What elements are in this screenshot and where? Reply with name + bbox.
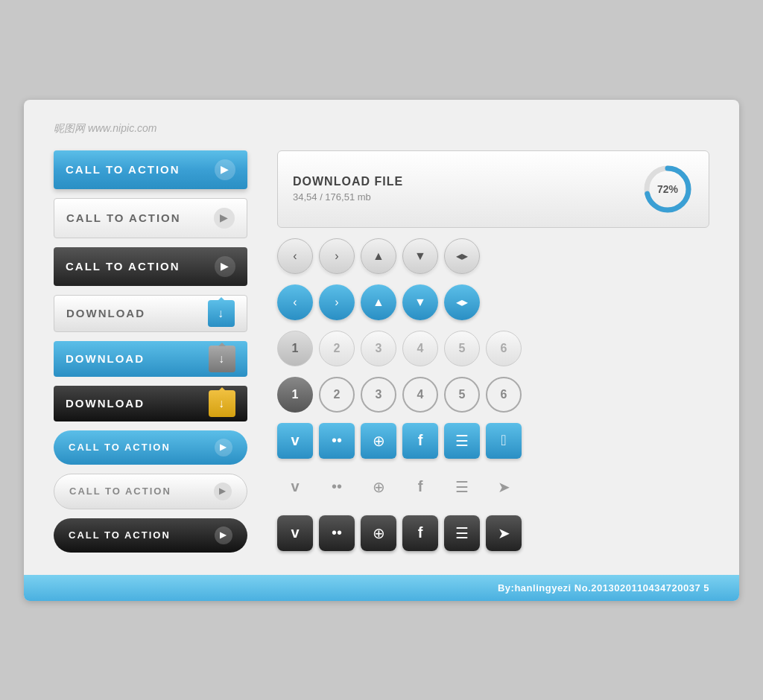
nav-row-blue: ‹ › ▲ ▼ ◂▸ xyxy=(277,284,709,320)
page-btn-6[interactable]: 6 xyxy=(486,331,522,366)
flickr-blue-btn[interactable]: •• xyxy=(319,423,355,459)
page-btn-3[interactable]: 3 xyxy=(361,331,396,366)
rss-black-btn[interactable]: ☰ xyxy=(444,515,480,551)
pagination-light: 1 2 3 4 5 6 xyxy=(277,331,709,366)
facebook-gray-btn[interactable]: f xyxy=(402,469,438,505)
play-icon: ▶ xyxy=(215,159,235,180)
nav-right-gray[interactable]: › xyxy=(319,238,355,274)
play-icon: ▶ xyxy=(214,483,232,500)
twitter-blue-btn[interactable]:  xyxy=(486,423,522,459)
social-row-black: v •• ⊕ f ☰ ➤ xyxy=(277,515,709,551)
page-btn-5[interactable]: 5 xyxy=(444,331,480,366)
facebook-blue-btn[interactable]: f xyxy=(402,423,438,459)
download-icon: ↓ xyxy=(209,346,235,372)
twitter-gray-btn[interactable]: ➤ xyxy=(486,469,522,505)
download-widget: DOWNLOAD FILE 34,54 / 176,51 mb 72% xyxy=(277,150,709,228)
progress-circle: 72% xyxy=(642,163,694,215)
vimeo-black-btn[interactable]: v xyxy=(277,515,313,551)
nav-left-gray[interactable]: ‹ xyxy=(277,238,313,274)
page-btn-2[interactable]: 2 xyxy=(319,331,355,366)
download-black-button[interactable]: DOWNLOAD ↓ xyxy=(54,386,247,421)
download-icon: ↓ xyxy=(208,300,235,327)
page-dark-btn-3[interactable]: 3 xyxy=(361,377,396,413)
rss-blue-btn[interactable]: ☰ xyxy=(444,423,480,459)
play-icon: ▶ xyxy=(215,526,232,544)
download-blue-button[interactable]: DOWNLOAD ↓ xyxy=(54,341,247,377)
nav-down-blue[interactable]: ▼ xyxy=(402,284,438,320)
facebook-black-btn[interactable]: f xyxy=(402,515,438,551)
left-column: CALL TO ACTION ▶ CALL TO ACTION ▶ CALL T… xyxy=(54,150,247,553)
download-white-button[interactable]: DOWNLOAD ↓ xyxy=(54,295,247,332)
nav-up-blue[interactable]: ▲ xyxy=(361,284,396,320)
page-btn-4[interactable]: 4 xyxy=(402,331,438,366)
main-card: 昵图网 www.nipic.com CALL TO ACTION ▶ CALL … xyxy=(24,100,739,601)
download-info: DOWNLOAD FILE 34,54 / 176,51 mb xyxy=(293,175,403,203)
vimeo-blue-btn[interactable]: v xyxy=(277,423,313,459)
page-dark-btn-5[interactable]: 5 xyxy=(444,377,480,413)
play-icon: ▶ xyxy=(215,439,232,456)
social-row-gray: v •• ⊕ f ☰ ➤ xyxy=(277,469,709,505)
dribbble-blue-btn[interactable]: ⊕ xyxy=(361,423,396,459)
nav-right-blue[interactable]: › xyxy=(319,284,355,320)
cta-blue-round-button[interactable]: CALL TO ACTION ▶ xyxy=(54,430,247,465)
page-btn-1[interactable]: 1 xyxy=(277,331,313,366)
dribbble-gray-btn[interactable]: ⊕ xyxy=(361,469,396,505)
play-icon: ▶ xyxy=(214,208,235,229)
cta-blue-button[interactable]: CALL TO ACTION ▶ xyxy=(54,150,247,189)
vimeo-gray-btn[interactable]: v xyxy=(277,469,313,505)
footer: By:hanlingyezi No.2013020110434720037 5 xyxy=(24,575,739,601)
nav-row-gray: ‹ › ▲ ▼ ◂▸ xyxy=(277,238,709,274)
top-bar: 昵图网 www.nipic.com xyxy=(54,122,709,136)
page-dark-btn-4[interactable]: 4 xyxy=(402,377,438,413)
dribbble-black-btn[interactable]: ⊕ xyxy=(361,515,396,551)
nav-left-blue[interactable]: ‹ xyxy=(277,284,313,320)
cta-white-round-button[interactable]: CALL TO ACTION ▶ xyxy=(54,474,247,509)
page-dark-btn-6[interactable]: 6 xyxy=(486,377,522,413)
page-dark-btn-1[interactable]: 1 xyxy=(277,377,313,413)
rss-gray-btn[interactable]: ☰ xyxy=(444,469,480,505)
flickr-black-btn[interactable]: •• xyxy=(319,515,355,551)
download-icon: ↓ xyxy=(209,390,235,417)
twitter-black-btn[interactable]: ➤ xyxy=(486,515,522,551)
cta-white-button[interactable]: CALL TO ACTION ▶ xyxy=(54,198,247,238)
pagination-dark: 1 2 3 4 5 6 xyxy=(277,377,709,413)
nav-resize-blue[interactable]: ◂▸ xyxy=(444,284,480,320)
play-icon: ▶ xyxy=(215,256,235,277)
flickr-gray-btn[interactable]: •• xyxy=(319,469,355,505)
cta-black-button[interactable]: CALL TO ACTION ▶ xyxy=(54,247,247,286)
nav-up-gray[interactable]: ▲ xyxy=(361,238,396,274)
nav-resize-gray[interactable]: ◂▸ xyxy=(444,238,480,274)
right-column: DOWNLOAD FILE 34,54 / 176,51 mb 72% ‹ › … xyxy=(277,150,709,553)
nav-down-gray[interactable]: ▼ xyxy=(402,238,438,274)
page-dark-btn-2[interactable]: 2 xyxy=(319,377,355,413)
social-row-blue: v •• ⊕ f ☰  xyxy=(277,423,709,459)
cta-black-round-button[interactable]: CALL TO ACTION ▶ xyxy=(54,518,247,553)
content-area: CALL TO ACTION ▶ CALL TO ACTION ▶ CALL T… xyxy=(54,150,709,575)
